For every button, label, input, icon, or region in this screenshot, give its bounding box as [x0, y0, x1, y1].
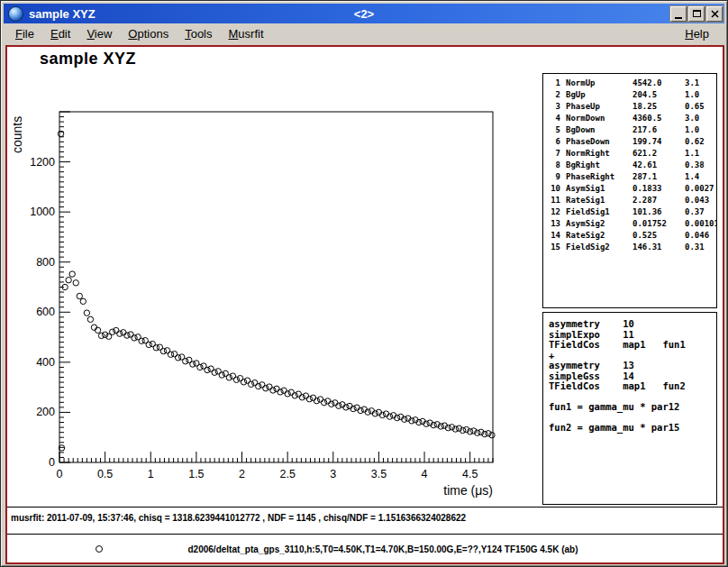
param-row: 3PhaseUp18.250.65 — [548, 101, 716, 113]
plot-area[interactable]: 00.511.522.533.544.5time (μs)02004006008… — [7, 47, 512, 508]
data-point-marker — [124, 333, 130, 338]
param-error: 3.0 — [685, 113, 699, 124]
param-number: 2 — [548, 89, 560, 101]
theory-lines: asymmetry 10simplExpo 11TFieldCos map1 f… — [549, 319, 716, 434]
data-point-marker — [77, 293, 82, 298]
svg-text:0: 0 — [49, 456, 55, 469]
param-row: 12FieldSig1101.360.37 — [548, 206, 716, 218]
param-row: 5BgDown217.61.0 — [548, 124, 716, 136]
data-point-marker — [486, 431, 491, 436]
menu-item-view[interactable]: View — [78, 25, 120, 42]
param-number: 7 — [548, 148, 560, 160]
svg-text:2.5: 2.5 — [279, 468, 295, 480]
param-value: 199.74 — [632, 136, 685, 148]
data-point-marker — [306, 397, 312, 402]
data-point-marker — [208, 366, 214, 371]
data-point-marker — [303, 393, 308, 398]
svg-text:1: 1 — [148, 468, 154, 480]
svg-text:4.5: 4.5 — [462, 468, 478, 480]
menu-item-edit[interactable]: Edit — [42, 25, 78, 42]
param-name: BgDown — [566, 124, 632, 136]
data-point-marker — [354, 405, 359, 410]
maximize-button[interactable] — [688, 6, 705, 22]
param-error: 0.65 — [685, 101, 705, 113]
data-point-marker — [121, 330, 126, 335]
data-point-marker — [110, 329, 115, 334]
menu-items: FileEditViewOptionsToolsMusrfit — [7, 25, 272, 42]
param-number: 5 — [548, 124, 560, 136]
data-point-marker — [80, 298, 86, 304]
param-row: 1NormUp4542.03.1 — [548, 78, 716, 89]
y-axis-label: counts — [10, 116, 24, 153]
menu-item-file[interactable]: File — [7, 25, 42, 42]
param-value: 0.1833 — [632, 183, 685, 195]
data-point-marker — [190, 361, 196, 367]
data-point-marker — [183, 359, 188, 364]
data-point-marker — [314, 398, 319, 403]
param-error: 0.00101 — [685, 218, 717, 230]
minimize-button[interactable] — [670, 6, 687, 22]
data-point-marker — [205, 367, 210, 372]
parameter-box: 1NormUp4542.03.12BgUp204.51.03PhaseUp18.… — [542, 73, 717, 308]
menu-item-tools[interactable]: Tools — [177, 25, 220, 42]
data-point-marker — [117, 331, 123, 336]
svg-text:4: 4 — [422, 468, 428, 480]
x-axis-label: time (μs) — [443, 483, 493, 498]
param-number: 14 — [548, 230, 560, 242]
param-error: 1.0 — [685, 89, 699, 101]
menu-item-help[interactable]: Help — [677, 25, 717, 42]
param-name: RateSig1 — [566, 195, 632, 206]
fit-status-text: musrfit: 2011-07-09, 15:37:46, chisq = 1… — [11, 513, 466, 523]
workspace-indicator: <2> — [354, 7, 374, 21]
data-point-marker — [128, 332, 133, 337]
plot-frame — [59, 112, 493, 462]
param-name: AsymSig2 — [566, 218, 632, 230]
data-point-marker — [132, 335, 137, 341]
data-point-marker — [288, 389, 294, 395]
param-error: 1.4 — [685, 171, 699, 183]
menu-item-musrfit[interactable]: Musrfit — [221, 25, 272, 42]
svg-text:200: 200 — [36, 406, 55, 418]
close-button[interactable] — [706, 6, 723, 22]
data-point-marker — [292, 393, 297, 398]
legend-divider — [7, 534, 723, 535]
data-point-marker — [329, 401, 334, 407]
param-row: 7NormRight621.21.1 — [548, 148, 716, 160]
theory-line: fun2 = gamma_mu * par15 — [549, 423, 716, 434]
data-point-marker — [278, 389, 283, 395]
param-value: 146.31 — [632, 242, 685, 253]
data-point-marker — [244, 378, 250, 383]
app-icon — [8, 6, 23, 22]
theory-line: TFieldCos map1 fun2 — [549, 381, 716, 392]
data-point-marker — [102, 332, 107, 337]
root-canvas[interactable]: sample XYZ 00.511.522.533.544.5time (μs)… — [5, 45, 724, 564]
data-point-marker — [171, 351, 177, 356]
param-number: 11 — [548, 195, 560, 206]
titlebar[interactable]: sample XYZ <2> — [4, 4, 724, 23]
data-point-marker — [263, 386, 268, 391]
menu-item-options[interactable]: Options — [120, 25, 177, 42]
close-icon — [711, 10, 719, 18]
window-title: sample XYZ — [29, 7, 96, 21]
data-point-marker — [299, 395, 305, 400]
data-point-marker — [69, 271, 75, 277]
maximize-icon — [693, 10, 701, 17]
data-point-marker — [325, 398, 331, 404]
param-error: 1.0 — [685, 124, 699, 136]
param-name: RateSig2 — [566, 230, 632, 242]
data-point-marker — [256, 383, 261, 389]
param-row: 9PhaseRight287.11.4 — [548, 171, 716, 183]
x-axis: 00.511.522.533.544.5time (μs) — [57, 452, 493, 498]
data-point-marker — [197, 364, 203, 370]
param-name: PhaseDown — [566, 136, 632, 148]
data-point-marker — [252, 380, 258, 385]
data-point-marker — [274, 386, 279, 391]
svg-text:2: 2 — [239, 468, 245, 480]
data-point-marker — [281, 388, 287, 393]
param-error: 3.1 — [685, 78, 699, 89]
param-value: 0.01752 — [632, 218, 685, 230]
data-point-marker — [98, 333, 104, 338]
param-name: PhaseRight — [566, 171, 632, 183]
param-row: 15FieldSig2146.310.31 — [548, 242, 716, 253]
svg-text:600: 600 — [36, 306, 55, 318]
